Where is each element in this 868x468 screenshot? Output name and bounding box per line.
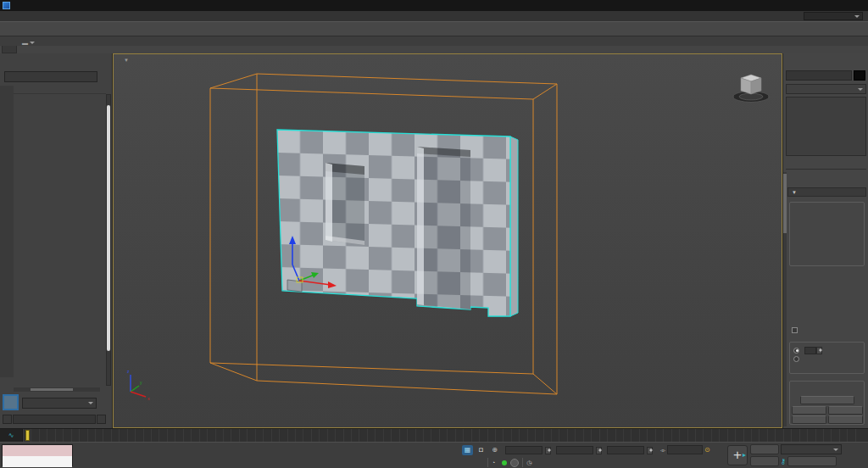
divider <box>487 458 488 467</box>
display-filter-toolbar <box>0 86 14 377</box>
vertex-color-radio[interactable] <box>793 356 799 362</box>
maxscript-mini-listener[interactable] <box>2 444 73 466</box>
viewport[interactable]: z y x ▼ <box>113 53 782 428</box>
listener-script-row[interactable] <box>3 456 72 467</box>
key-arrow-icon: ▸ <box>743 446 746 465</box>
enabled-status-dot <box>502 460 507 465</box>
center-button[interactable] <box>828 406 863 415</box>
scrollbar-thumb[interactable] <box>107 105 110 351</box>
bitmap-fit-button[interactable] <box>792 415 826 424</box>
set-key-button[interactable] <box>750 456 779 466</box>
key-filter-icon[interactable]: ⚷ <box>781 458 786 465</box>
chevron-down-icon: ▼ <box>792 190 797 195</box>
time-ruler[interactable] <box>23 429 860 443</box>
workspaces-area <box>801 12 868 20</box>
map-channel-radio[interactable] <box>793 348 799 354</box>
svg-text:y: y <box>140 380 142 385</box>
chevron-down-icon <box>30 42 35 44</box>
svg-text:z: z <box>127 369 130 374</box>
coord-y-field[interactable] <box>556 446 593 454</box>
range-next-button[interactable] <box>97 415 106 424</box>
real-world-checkbox[interactable] <box>792 327 798 333</box>
ribbon-overflow[interactable]: ▬ <box>22 40 35 46</box>
real-world-row[interactable] <box>792 327 800 333</box>
door-recess <box>417 147 470 309</box>
auto-key-button[interactable] <box>750 444 779 454</box>
spinner[interactable] <box>816 347 822 354</box>
scene-object-list <box>14 94 100 386</box>
modifier-list-dropdown[interactable] <box>786 84 866 94</box>
coordinate-display: ▦ ◘ ⊕ <box>462 445 655 455</box>
spinner[interactable] <box>647 447 653 454</box>
divider <box>522 458 523 467</box>
scene-explorer <box>0 53 113 428</box>
playback-controls: ◃▹ ⊙ <box>660 444 725 454</box>
chevron-down-icon <box>833 448 838 451</box>
ribbon-strip <box>0 46 868 53</box>
base-box <box>287 280 302 292</box>
key-filters-button[interactable] <box>787 456 837 466</box>
search-input[interactable] <box>5 74 92 80</box>
manipulate-button[interactable] <box>800 396 854 404</box>
listener-macro-row[interactable] <box>3 445 72 456</box>
set-keys-button[interactable]: +▸ <box>727 445 748 465</box>
viewport-label: ▼ <box>119 58 129 63</box>
menu-bar <box>0 11 868 21</box>
absolute-offset-icon[interactable]: ⊕ <box>489 445 500 455</box>
window-recess <box>326 163 364 245</box>
name-column-header[interactable] <box>14 86 106 94</box>
range-track[interactable] <box>13 415 96 424</box>
object-color-swatch[interactable] <box>854 70 865 81</box>
polygon-modeling-panel[interactable] <box>2 46 17 53</box>
title-bar <box>0 0 868 11</box>
spinner[interactable] <box>596 447 602 454</box>
viewport-settings-icon[interactable]: ▼ <box>124 58 129 63</box>
time-slider[interactable] <box>25 430 30 441</box>
adaptive-degradation-icon[interactable]: ◔ <box>492 460 495 465</box>
scrollbar-vertical[interactable] <box>106 94 111 386</box>
workspaces-dropdown[interactable] <box>804 12 863 20</box>
degradation-row: ◔ ◷ <box>487 458 535 467</box>
command-panel-tabs <box>786 55 866 68</box>
scrollbar-thumb[interactable] <box>31 388 73 391</box>
modifier-stack <box>786 97 866 156</box>
current-frame-field[interactable] <box>667 445 703 454</box>
fit-button[interactable] <box>792 406 826 415</box>
spinner[interactable] <box>545 447 551 454</box>
explorer-mode-icon[interactable] <box>3 394 19 410</box>
viewcube[interactable] <box>733 75 769 103</box>
vertex-color-row[interactable] <box>790 354 864 363</box>
coord-x-field[interactable] <box>505 446 542 454</box>
key-mode-dropdown[interactable] <box>781 444 842 454</box>
range-prev-button[interactable] <box>3 415 12 424</box>
map-channel-field[interactable] <box>804 347 816 354</box>
map-channel-row[interactable] <box>790 346 864 354</box>
key-mode-icon[interactable]: ⊙ <box>704 446 710 454</box>
command-panel: ▼ <box>782 53 868 428</box>
parameters-rollout-header[interactable]: ▼ <box>787 187 866 197</box>
chevron-down-icon <box>854 15 860 18</box>
frame-step-icon[interactable]: ◃▹ <box>660 447 665 453</box>
channel-group <box>789 342 865 374</box>
zero-weight-button[interactable] <box>510 459 519 467</box>
open-mini-curve-editor-button[interactable]: ∿ <box>0 429 23 443</box>
coord-z-field[interactable] <box>607 446 644 454</box>
ribbon-tabs: ▬ <box>0 36 868 46</box>
viewport-canvas[interactable]: z y x <box>114 54 782 427</box>
alignment-group <box>789 381 865 425</box>
chevron-down-icon <box>88 402 93 404</box>
panel-scrollbar[interactable] <box>783 172 787 426</box>
isolate-selection-icon[interactable]: ▦ <box>462 445 473 455</box>
range-slider <box>3 415 106 424</box>
chevron-down-icon <box>858 88 863 91</box>
normal-align-button[interactable] <box>828 415 863 424</box>
wall-object[interactable] <box>277 130 518 316</box>
world-axis-tripod: z y x <box>127 369 150 401</box>
preset-dropdown[interactable] <box>22 398 97 409</box>
search-box[interactable] <box>4 71 97 82</box>
scrollbar-horizontal[interactable] <box>14 387 100 392</box>
object-name-field[interactable] <box>786 70 852 81</box>
timeline: ∿ <box>0 428 868 442</box>
scrollbar-thumb[interactable] <box>783 174 787 233</box>
selection-lock-icon[interactable]: ◘ <box>476 445 487 455</box>
